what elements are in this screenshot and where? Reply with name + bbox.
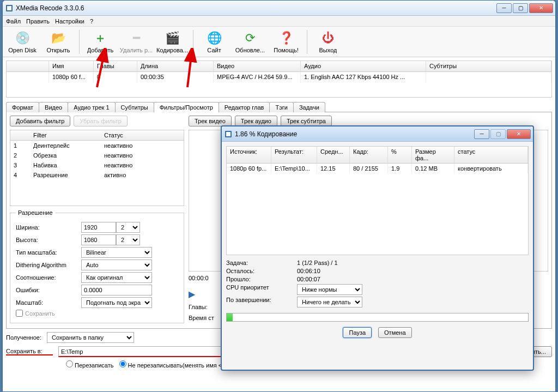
app-icon [224,130,233,138]
remove-filter-button: Убрать фильтр [74,116,128,126]
tab-filters[interactable]: Фильтры/Просмотр [154,102,219,112]
col-video[interactable]: Видео [214,61,301,71]
help-button[interactable]: ❓Помощь! [269,28,304,56]
col-name[interactable]: Имя [49,61,94,71]
remove-label: Удалить р... [120,47,153,53]
folder-icon: 📂 [51,31,66,46]
close-button[interactable]: ✕ [529,3,553,13]
file-table: Имя Главы Длина Видео Аудио Субтитры 108… [6,61,552,98]
resolution-fieldset: Разрешение Ширина: 2 Высота: 2 Тип масшт… [10,209,184,323]
tab-video[interactable]: Видео [39,102,68,112]
play-icon[interactable]: ▶ [189,290,195,299]
tab-tasks[interactable]: Задачи [293,102,325,112]
app-title: XMedia Recode 3.3.0.6 [16,4,496,12]
scale-type-select[interactable]: Bilinear [81,247,152,258]
toolbar: 💿Open Disk 📂Открыть ＋Добавить ━Удалить р… [3,27,555,57]
height-input[interactable] [81,234,116,245]
overwrite-radio[interactable]: Перезаписать [66,360,114,369]
filter-row[interactable]: 2Обрезканеактивно [10,150,184,160]
refresh-icon: ⟳ [242,31,258,46]
help-icon: ❓ [278,31,294,46]
globe-icon: 🌐 [207,31,222,46]
encode-label: Кодирова... [156,47,188,53]
minus-icon: ━ [129,31,144,46]
tab-subtitles[interactable]: Субтитры [115,102,154,112]
menu-edit[interactable]: Править [26,18,50,25]
encoding-dialog: 1.86 % Кодирование ─ ▢ ✕ Источник: Резул… [221,125,534,371]
track-audio-button[interactable]: Трек аудио [235,116,277,126]
exit-button[interactable]: ⏻Выход [311,28,345,56]
progress-bar [226,313,529,322]
modal-title: 1.86 % Кодирование [235,130,474,138]
encoding-table: Источник: Результат: Средн... Кадр: % Ра… [226,146,529,255]
col-chapters[interactable]: Главы [94,61,137,71]
app-icon [5,4,14,13]
site-label: Сайт [207,47,221,53]
tab-format[interactable]: Формат [6,102,39,112]
add-filter-button[interactable]: Добавить фильтр [10,116,70,126]
add-button[interactable]: ＋Добавить [83,28,118,56]
filter-row[interactable]: 4Разрешениеактивно [10,170,184,180]
pause-button[interactable]: Пауза [343,327,372,338]
menu-settings[interactable]: Настройки [55,18,84,25]
main-titlebar[interactable]: XMedia Recode 3.3.0.6 ─ ▢ ✕ [3,1,555,16]
filter-table: Filter Статус 1Деинтерлейснеактивно2Обре… [10,130,184,206]
window-controls: ─ ▢ ✕ [496,3,553,13]
open-disk-label: Open Disk [8,47,36,53]
tab-chapters[interactable]: Редактор глав [219,102,270,112]
open-disk-button[interactable]: 💿Open Disk [5,28,40,56]
track-video-button[interactable]: Трек видео [189,116,232,126]
disk-icon: 💿 [15,31,30,46]
modal-maximize-button: ▢ [490,129,506,139]
tab-audio[interactable]: Аудио трек 1 [68,102,115,112]
encoding-row[interactable]: 1080p 60 fp... E:\Temp\10... 12.15 80 / … [227,164,528,173]
open-label: Открыть [46,47,70,53]
minimize-button[interactable]: ─ [496,3,512,13]
open-button[interactable]: 📂Открыть [41,28,76,56]
modal-close-button[interactable]: ✕ [507,129,531,139]
modal-minimize-button[interactable]: ─ [474,129,489,139]
tab-tags[interactable]: Тэги [269,102,294,112]
exit-label: Выход [319,47,337,53]
errors-input[interactable] [81,285,152,295]
height-mult[interactable]: 2 [116,234,140,245]
filter-row[interactable]: 1Деинтерлейснеактивно [10,141,184,150]
encode-icon: 🎬 [165,31,180,46]
col-filter[interactable]: Filter [30,130,101,140]
output-result-select[interactable]: Сохранить в папку [47,332,134,343]
remove-button: ━Удалить р... [119,28,154,56]
maximize-button[interactable]: ▢ [513,3,528,13]
file-row[interactable]: 1080p 60 f... 0 00:00:35 MPEG-4 AVC / H.… [7,72,551,83]
filter-row[interactable]: 3Набивканеактивно [10,160,184,170]
update-button[interactable]: ⟳Обновле... [233,28,268,56]
menu-file[interactable]: Файл [6,18,21,25]
col-status[interactable]: Статус [101,130,184,140]
output-result-label: Полученное: [6,334,41,341]
cancel-button[interactable]: Отмена [378,327,411,338]
plus-icon: ＋ [93,31,108,46]
width-input[interactable] [81,222,116,233]
update-label: Обновле... [235,47,265,53]
resolution-legend: Разрешение [16,209,55,216]
zoom-select[interactable]: Подогнать под экран [81,297,152,308]
add-label: Добавить [87,47,114,53]
modal-titlebar[interactable]: 1.86 % Кодирование ─ ▢ ✕ [222,126,533,142]
svg-rect-6 [226,132,231,136]
menu-help[interactable]: ? [90,18,93,25]
width-mult[interactable]: 2 [116,222,140,233]
track-sub-button[interactable]: Трек субтитра [281,116,332,126]
ratio-select[interactable]: Как оригинал [81,272,152,283]
col-audio[interactable]: Аудио [301,61,426,71]
tabs: Формат Видео Аудио трек 1 Субтитры Фильт… [6,102,552,112]
col-length[interactable]: Длина [137,61,214,71]
col-subtitles[interactable]: Субтитры [426,61,551,71]
encode-button[interactable]: 🎬Кодирова... [155,28,190,56]
dither-select[interactable]: Auto [81,260,152,270]
site-button[interactable]: 🌐Сайт [197,28,232,56]
save-path-label: Сохранить в: [6,348,53,355]
save-crop-checkbox[interactable] [16,310,23,317]
svg-rect-1 [7,6,11,10]
exit-icon: ⏻ [320,31,336,46]
after-complete-select[interactable]: Ничего не делать [297,297,362,307]
cpu-priority-select[interactable]: Ниже нормы [297,284,362,295]
